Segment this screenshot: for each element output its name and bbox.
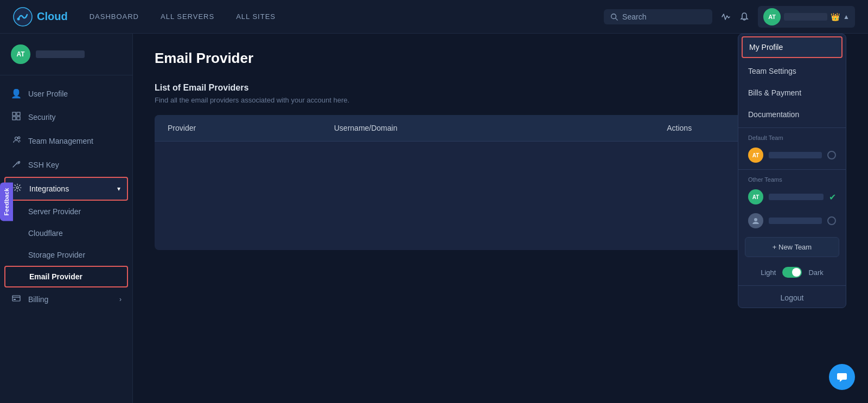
- divider-1: [738, 127, 846, 128]
- logo-text: Cloud: [37, 10, 68, 23]
- team-avatar-other1: AT: [748, 189, 763, 204]
- team-name-default: [769, 152, 822, 158]
- sidebar-sub-server-provider[interactable]: Server Provider: [0, 201, 132, 222]
- default-team-label: Default Team: [738, 130, 846, 143]
- billing-icon: [11, 294, 22, 305]
- svg-rect-4: [12, 112, 16, 116]
- col-provider: Provider: [168, 124, 334, 132]
- notification-icon[interactable]: [739, 12, 749, 22]
- theme-toggle-row: Light Dark: [738, 261, 846, 283]
- user-dropdown-menu: My Profile Team Settings Bills & Payment…: [738, 34, 846, 308]
- sidebar-label-billing: Billing: [28, 295, 48, 304]
- user-name-placeholder: [784, 13, 827, 21]
- new-team-button[interactable]: + New Team: [745, 237, 839, 257]
- user-menu-button[interactable]: AT 👑 ▲: [758, 6, 855, 28]
- divider-2: [738, 169, 846, 170]
- sidebar-sub-cloudflare[interactable]: Cloudflare: [0, 222, 132, 244]
- avatar: AT: [763, 8, 781, 25]
- team-name-other2: [769, 218, 822, 224]
- logout-button[interactable]: Logout: [738, 288, 846, 308]
- svg-rect-6: [12, 117, 16, 120]
- svg-point-15: [754, 218, 757, 221]
- search-bar[interactable]: [604, 9, 712, 24]
- svg-point-9: [18, 137, 20, 139]
- crown-icon: 👑: [831, 12, 840, 21]
- svg-point-11: [16, 187, 18, 189]
- sidebar-item-user-profile[interactable]: 👤 User Profile: [0, 82, 132, 105]
- chat-button[interactable]: [829, 364, 855, 390]
- sidebar-username-placeholder: [36, 50, 85, 58]
- feedback-button[interactable]: Feedback: [0, 182, 13, 221]
- logo-icon: [13, 7, 33, 27]
- theme-light-label: Light: [761, 268, 776, 277]
- sidebar-avatar: AT: [11, 44, 30, 64]
- sidebar-item-ssh-key[interactable]: SSH Key: [0, 153, 132, 177]
- team-radio-default[interactable]: [827, 151, 836, 159]
- svg-point-1: [17, 17, 20, 20]
- ssh-key-icon: [11, 159, 22, 170]
- team-avatar-other2: [748, 213, 763, 228]
- chevron-down-icon: ▾: [117, 185, 120, 193]
- activity-icon[interactable]: [721, 12, 731, 22]
- security-icon: [11, 112, 22, 123]
- team-name-other1: [769, 194, 824, 200]
- svg-rect-5: [17, 112, 20, 116]
- nav-right: AT 👑 ▲: [604, 6, 855, 28]
- sidebar-item-billing[interactable]: Billing ›: [0, 287, 132, 311]
- svg-rect-14: [14, 299, 16, 300]
- top-nav: Cloud DASHBOARD ALL SERVERS ALL SITES: [0, 0, 868, 34]
- sidebar-item-security[interactable]: Security: [0, 105, 132, 129]
- sidebar-label-integrations: Integrations: [29, 184, 69, 193]
- sidebar: AT 👤 User Profile Security: [0, 34, 133, 403]
- user-profile-icon: 👤: [11, 88, 22, 99]
- team-item-other1[interactable]: AT ✔: [738, 185, 846, 209]
- divider-3: [738, 285, 846, 286]
- theme-dark-label: Dark: [808, 268, 823, 277]
- nav-dashboard[interactable]: DASHBOARD: [90, 10, 139, 23]
- sidebar-label-ssh-key: SSH Key: [28, 161, 59, 169]
- sidebar-label-team-management: Team Management: [28, 137, 93, 145]
- dropdown-my-profile[interactable]: My Profile: [742, 36, 843, 58]
- svg-point-10: [18, 162, 19, 163]
- svg-line-3: [616, 18, 618, 20]
- nav-all-sites[interactable]: ALL SITES: [236, 10, 276, 23]
- svg-point-8: [15, 137, 18, 140]
- sidebar-label-security: Security: [28, 113, 56, 121]
- sidebar-sub-email-provider[interactable]: Email Provider: [4, 266, 128, 287]
- nav-all-servers[interactable]: ALL SERVERS: [161, 10, 214, 23]
- sidebar-item-integrations[interactable]: Integrations ▾: [4, 177, 128, 201]
- sidebar-label-user-profile: User Profile: [28, 89, 68, 98]
- col-username-domain: Username/Domain: [334, 124, 667, 132]
- dropdown-bills-payment[interactable]: Bills & Payment: [738, 82, 846, 104]
- svg-rect-7: [17, 117, 20, 120]
- team-item-other2[interactable]: [738, 209, 846, 233]
- svg-rect-12: [12, 296, 20, 301]
- billing-chevron-right-icon: ›: [119, 296, 122, 303]
- dropdown-team-settings[interactable]: Team Settings: [738, 60, 846, 82]
- sidebar-item-team-management[interactable]: Team Management: [0, 129, 132, 153]
- logo-area[interactable]: Cloud: [13, 7, 68, 27]
- team-radio-other2[interactable]: [827, 216, 836, 225]
- chevron-up-icon: ▲: [843, 13, 850, 21]
- team-avatar-default: AT: [748, 148, 763, 163]
- team-check-icon: ✔: [829, 192, 836, 202]
- team-management-icon: [11, 136, 22, 146]
- search-icon: [610, 12, 618, 21]
- nav-links: DASHBOARD ALL SERVERS ALL SITES: [90, 10, 604, 23]
- integrations-icon: [12, 183, 23, 194]
- toggle-thumb: [792, 268, 801, 277]
- feedback-wrap: Feedback: [0, 182, 13, 221]
- team-item-default[interactable]: AT: [738, 143, 846, 167]
- dropdown-documentation[interactable]: Documentation: [738, 104, 846, 125]
- other-teams-label: Other Teams: [738, 172, 846, 185]
- sidebar-sub-storage-provider[interactable]: Storage Provider: [0, 244, 132, 266]
- theme-toggle[interactable]: [782, 267, 802, 278]
- sidebar-user: AT: [0, 44, 132, 75]
- search-input[interactable]: [622, 12, 706, 21]
